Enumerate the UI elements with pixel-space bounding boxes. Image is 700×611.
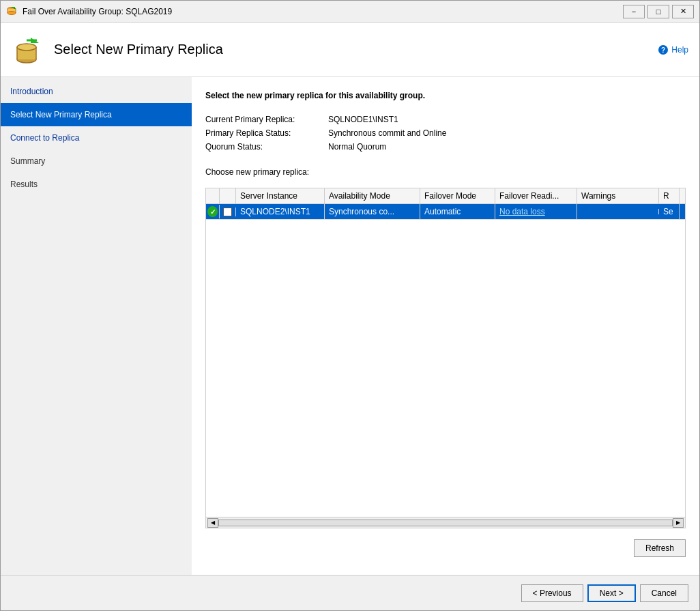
minimize-button[interactable]: − xyxy=(623,5,645,18)
th-failread: Failover Readi... xyxy=(495,188,577,203)
footer: < Previous Next > Cancel xyxy=(1,575,699,610)
refresh-button[interactable]: Refresh xyxy=(634,539,686,557)
refresh-area: Refresh xyxy=(205,535,686,561)
sidebar-item-select-new-primary-replica[interactable]: Select New Primary Replica xyxy=(1,103,192,126)
help-label: Help xyxy=(671,45,688,55)
app-icon xyxy=(6,6,17,17)
field-value-0: SQLNODE1\INST1 xyxy=(328,114,686,125)
svg-text:?: ? xyxy=(661,46,665,54)
checkbox-icon: ✓ xyxy=(223,208,232,216)
title-bar-controls: − □ ✕ xyxy=(623,5,694,18)
help-icon: ? xyxy=(658,44,669,55)
instruction-text: Select the new primary replica for this … xyxy=(205,91,686,100)
sidebar-item-results: Results xyxy=(1,173,192,196)
green-check-icon: ✓ xyxy=(207,206,218,217)
th-check xyxy=(220,188,236,203)
sidebar: Introduction Select New Primary Replica … xyxy=(1,77,192,575)
maximize-button[interactable]: □ xyxy=(647,5,669,18)
table-row[interactable]: ✓ ✓ SQLNODE2\INST1 Synchronous co... Aut… xyxy=(206,204,685,220)
row-warnings xyxy=(577,209,659,214)
table-body: ✓ ✓ SQLNODE2\INST1 Synchronous co... Aut… xyxy=(206,204,685,517)
sidebar-item-summary: Summary xyxy=(1,150,192,173)
previous-button[interactable]: < Previous xyxy=(521,584,583,602)
field-label-1: Primary Replica Status: xyxy=(205,128,328,139)
cancel-button[interactable]: Cancel xyxy=(640,584,688,602)
choose-label: Choose new primary replica: xyxy=(205,167,686,177)
field-value-1: Synchronous commit and Online xyxy=(328,128,686,139)
main-content: Introduction Select New Primary Replica … xyxy=(1,77,699,575)
next-button[interactable]: Next > xyxy=(587,584,636,602)
header-area: Select New Primary Replica ? Help xyxy=(1,23,699,77)
field-value-2: Normal Quorum xyxy=(328,141,686,152)
th-server: Server Instance xyxy=(236,188,325,203)
close-button[interactable]: ✕ xyxy=(672,5,694,18)
title-bar: Fail Over Availability Group: SQLAG2019 … xyxy=(1,1,699,23)
row-status-icon: ✓ xyxy=(206,205,220,218)
th-spacer xyxy=(206,188,220,203)
field-label-2: Quorum Status: xyxy=(205,141,328,152)
th-avail: Availability Mode xyxy=(325,188,420,203)
header-icon xyxy=(12,33,44,66)
svg-point-9 xyxy=(17,44,36,51)
row-avail: Synchronous co... xyxy=(325,204,420,219)
row-failread: No data loss xyxy=(495,204,577,219)
main-window: Fail Over Availability Group: SQLAG2019 … xyxy=(0,0,700,611)
failread-link[interactable]: No data loss xyxy=(499,207,545,216)
scrollbar-track[interactable] xyxy=(218,520,673,526)
row-r: Se xyxy=(659,204,680,219)
help-link[interactable]: ? Help xyxy=(658,44,688,55)
scroll-right-button[interactable]: ▶ xyxy=(673,518,684,528)
th-r: R xyxy=(659,188,680,203)
svg-point-2 xyxy=(8,11,16,14)
content-area: Select the new primary replica for this … xyxy=(192,77,699,575)
th-failover: Failover Mode xyxy=(420,188,495,203)
sidebar-item-introduction[interactable]: Introduction xyxy=(1,80,192,103)
horizontal-scrollbar[interactable]: ◀ ▶ xyxy=(206,517,685,528)
replica-table: Server Instance Availability Mode Failov… xyxy=(205,188,686,528)
title-bar-text: Fail Over Availability Group: SQLAG2019 xyxy=(23,7,623,16)
scroll-left-button[interactable]: ◀ xyxy=(207,518,218,528)
table-header: Server Instance Availability Mode Failov… xyxy=(206,188,685,204)
row-failover: Automatic xyxy=(420,204,495,219)
th-warnings: Warnings xyxy=(577,188,659,203)
page-title: Select New Primary Replica xyxy=(54,42,223,57)
info-grid: Current Primary Replica: SQLNODE1\INST1 … xyxy=(205,114,686,152)
field-label-0: Current Primary Replica: xyxy=(205,114,328,125)
row-checkbox[interactable]: ✓ xyxy=(220,208,236,216)
sidebar-item-connect-to-replica[interactable]: Connect to Replica xyxy=(1,126,192,150)
row-server: SQLNODE2\INST1 xyxy=(236,204,325,219)
